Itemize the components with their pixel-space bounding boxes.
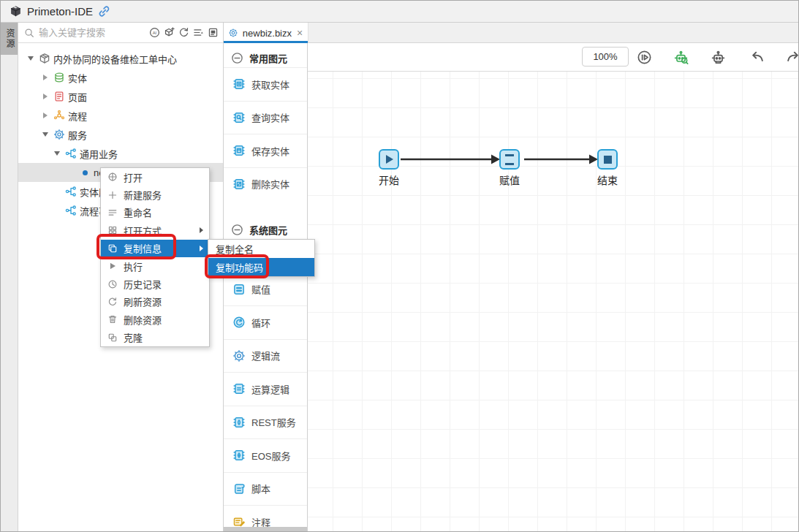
chip-rest-icon — [232, 416, 246, 429]
tree-item-实体[interactable]: 实体 — [18, 68, 223, 87]
caret-down-icon[interactable] — [52, 151, 62, 156]
link-icon[interactable] — [98, 5, 110, 18]
m-open-icon — [107, 172, 118, 182]
palette-item-EOS服务[interactable]: EOS服务 — [224, 438, 307, 472]
play-glyph-icon — [386, 155, 393, 164]
rail-tab-resources[interactable]: 资源 — [1, 23, 18, 55]
palette-item-label: 查询实体 — [251, 110, 289, 124]
flow-node-开始[interactable] — [379, 149, 399, 170]
tree-item-label: 页面 — [68, 90, 87, 104]
palette-item-查询实体[interactable]: 查询实体 — [224, 101, 307, 134]
palette-section-header[interactable]: 常用图元 — [224, 48, 307, 67]
context-menu-item-复制信息[interactable]: 复制信息 — [101, 240, 209, 257]
palette-item-运算逻辑[interactable]: 运算逻辑 — [224, 372, 307, 406]
palette-item-保存实体[interactable]: 保存实体 — [224, 134, 307, 167]
robot-green-icon — [673, 50, 689, 65]
search-bar: AI — [18, 23, 223, 43]
ai-icon[interactable]: AI — [149, 27, 160, 38]
context-menu-item-重命名[interactable]: 重命名 — [101, 204, 209, 221]
undo-button[interactable] — [747, 48, 766, 66]
submenu-item-复制功能码[interactable]: 复制功能码 — [208, 258, 314, 276]
m-clone-icon — [107, 332, 118, 343]
locate-doc-icon[interactable] — [208, 27, 219, 38]
m-trash-icon — [107, 314, 118, 324]
zoom-level-display[interactable]: 100% — [582, 47, 629, 66]
branch-icon — [65, 148, 77, 159]
app-cube-logo-icon — [10, 5, 22, 18]
context-menu-item-执行[interactable]: 执行 — [101, 257, 209, 275]
tree-item-通用业务[interactable]: 通用业务 — [18, 144, 223, 163]
circle-minus-icon[interactable] — [231, 52, 243, 64]
palette-item-label: 脚本 — [251, 482, 270, 495]
tab-label: newbiz.bizx — [243, 28, 292, 39]
shape-palette: 常用图元获取实体查询实体保存实体删除实体系统图元赋值循环逻辑流运算逻辑REST服… — [224, 43, 308, 531]
tab-close-icon[interactable]: × — [296, 28, 303, 38]
circle-minus-icon[interactable] — [231, 224, 243, 236]
palette-item-label: 循环 — [251, 316, 270, 330]
entity-db-icon — [53, 72, 65, 83]
palette-item-循环[interactable]: 循环 — [224, 305, 307, 339]
flow-node-赋值[interactable] — [499, 149, 520, 170]
context-menu-item-克隆[interactable]: 克隆 — [101, 329, 209, 346]
chip-eos-icon — [232, 449, 246, 462]
submenu-arrow-icon — [200, 246, 203, 251]
caret-right-icon[interactable] — [40, 94, 50, 99]
search-icon — [24, 28, 34, 38]
palette-item-label: 删除实体 — [251, 177, 289, 191]
tree-item-流程[interactable]: 流程 — [18, 106, 223, 125]
palette-section-label: 常用图元 — [249, 51, 287, 65]
package-icon — [39, 53, 50, 64]
flow-canvas[interactable]: 100% 开始赋值结束 — [308, 43, 798, 531]
m-play-icon — [107, 261, 118, 271]
context-menu-item-label: 执行 — [124, 259, 143, 273]
palette-item-逻辑流[interactable]: 逻辑流 — [224, 339, 307, 373]
palette-scrollbar[interactable] — [224, 527, 307, 531]
search-input[interactable] — [37, 26, 146, 39]
robot-green-button[interactable] — [671, 48, 690, 66]
context-menu-item-新建服务[interactable]: 新建服务 — [101, 186, 209, 203]
canvas-grid[interactable] — [308, 72, 798, 531]
context-menu-item-刷新资源[interactable]: 刷新资源 — [101, 293, 209, 311]
tab-newbiz-bizx[interactable]: newbiz.bizx × — [224, 23, 308, 43]
tree-item-页面[interactable]: 页面 — [18, 87, 223, 106]
palette-item-赋值[interactable]: 赋值 — [224, 273, 307, 306]
debug-run-button[interactable] — [635, 48, 654, 66]
palette-item-脚本[interactable]: 脚本 — [224, 472, 307, 506]
palette-item-删除实体[interactable]: 删除实体 — [224, 167, 307, 201]
context-menu-item-label: 新建服务 — [124, 188, 162, 202]
context-menu-item-历史记录[interactable]: 历史记录 — [101, 275, 209, 292]
submenu-item-复制全名[interactable]: 复制全名 — [208, 240, 314, 258]
title-bar: Primeton-IDE — [1, 1, 798, 23]
robot-gray-button[interactable] — [708, 48, 727, 66]
redo-button[interactable] — [784, 48, 799, 66]
context-menu-item-打开方式[interactable]: 打开方式 — [101, 221, 209, 239]
tree-item-label: 通用业务 — [80, 147, 118, 161]
equals-glyph-icon — [505, 154, 514, 165]
context-menu-item-label: 复制信息 — [124, 241, 162, 255]
caret-right-icon[interactable] — [40, 113, 50, 118]
caret-down-icon[interactable] — [26, 56, 36, 61]
palette-section-header[interactable]: 系统图元 — [224, 220, 307, 239]
m-grid-icon — [107, 225, 118, 235]
palette-item-label: REST服务 — [251, 415, 296, 429]
caret-right-icon[interactable] — [40, 75, 50, 80]
palette-section-label: 系统图元 — [249, 223, 287, 237]
palette-item-获取实体[interactable]: 获取实体 — [224, 67, 307, 101]
tree-item-label: 实体 — [68, 71, 87, 85]
flow-node-label: 开始 — [366, 172, 412, 187]
context-menu-item-删除资源[interactable]: 删除资源 — [101, 311, 209, 328]
refresh-icon[interactable] — [178, 27, 189, 38]
flow-node-结束[interactable] — [597, 149, 618, 170]
chip-delete-icon — [232, 178, 246, 191]
new-cube-icon[interactable] — [164, 27, 175, 38]
branch-icon — [65, 186, 77, 197]
tree-item-label: 流程 — [68, 109, 87, 123]
svg-text:AI: AI — [153, 31, 157, 35]
context-menu-item-打开[interactable]: 打开 — [101, 168, 209, 186]
m-rename-icon — [107, 208, 118, 218]
collapse-list-icon[interactable] — [193, 27, 204, 38]
caret-down-icon[interactable] — [40, 132, 50, 137]
tree-item-服务[interactable]: 服务 — [18, 125, 223, 144]
palette-item-REST服务[interactable]: REST服务 — [224, 406, 307, 439]
tree-item-内外协同的设备维检工单中心[interactable]: 内外协同的设备维检工单中心 — [18, 49, 223, 68]
